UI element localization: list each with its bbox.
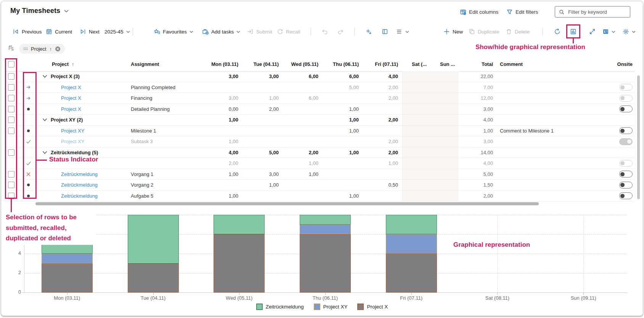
row-checkbox[interactable] (8, 73, 14, 80)
recall-button[interactable]: Recall (277, 29, 300, 35)
table-row[interactable]: ZeitrückmeldungAufgabe 51,001,002,00 (5, 191, 635, 202)
hours-cell[interactable]: 0,00 (191, 104, 242, 115)
hours-cell[interactable] (430, 147, 459, 158)
row-checkbox[interactable] (8, 95, 14, 101)
hours-cell[interactable]: 1,00 (363, 158, 402, 169)
drag-grip-icon[interactable] (23, 47, 28, 51)
hours-cell[interactable]: 1,00 (191, 136, 242, 147)
hours-cell[interactable] (322, 169, 363, 180)
column-header-mon[interactable]: Mon (03.11) (191, 57, 242, 71)
onsite-toggle[interactable] (619, 171, 633, 177)
hours-cell[interactable]: 1,00 (242, 180, 283, 190)
hours-cell[interactable] (191, 82, 242, 93)
title-chevron-down-icon[interactable] (64, 10, 69, 13)
hours-cell[interactable] (402, 169, 430, 180)
hours-cell[interactable] (283, 126, 322, 136)
refresh-button[interactable] (554, 29, 560, 35)
hours-cell[interactable]: 2,00 (191, 158, 242, 169)
current-button[interactable]: Current (46, 29, 72, 35)
hours-cell[interactable] (322, 136, 363, 147)
project-link[interactable]: Zeitrückmeldung (61, 193, 98, 199)
table-row[interactable]: Project XYSubtask 31,002,003,00 (5, 136, 635, 147)
hours-cell[interactable] (242, 115, 283, 125)
table-row[interactable]: 2,001,001,004,00 (5, 158, 635, 169)
comment-cell[interactable] (497, 158, 610, 169)
hours-cell[interactable] (430, 191, 459, 201)
project-link[interactable]: Project X (61, 106, 81, 112)
hours-cell[interactable]: 4,00 (191, 147, 242, 158)
hours-cell[interactable] (430, 126, 459, 136)
hours-cell[interactable]: 1,00 (322, 115, 363, 125)
hours-cell[interactable]: 3,00 (191, 93, 242, 104)
expand-button[interactable] (589, 29, 596, 35)
hours-cell[interactable] (363, 104, 402, 115)
hours-cell[interactable]: 1,00 (322, 147, 363, 158)
onsite-toggle[interactable] (619, 138, 633, 145)
list-options-button[interactable] (396, 29, 409, 35)
comment-cell[interactable] (497, 169, 610, 180)
hours-cell[interactable] (242, 191, 283, 201)
hours-cell[interactable] (430, 136, 459, 147)
undo-button[interactable] (321, 29, 328, 35)
hours-cell[interactable]: 1,00 (191, 169, 242, 180)
onsite-toggle[interactable] (619, 192, 633, 199)
comment-cell[interactable]: Comment to Milestone 1 (497, 126, 610, 136)
hours-cell[interactable] (322, 158, 363, 169)
project-link[interactable]: Project X (61, 95, 81, 101)
week-selector[interactable]: 2025-45 (104, 29, 130, 35)
submit-button[interactable]: Submit (247, 29, 272, 35)
comment-cell[interactable] (497, 115, 610, 125)
hours-cell[interactable] (402, 126, 430, 136)
hours-cell[interactable] (430, 169, 459, 180)
hours-cell[interactable]: 2,00 (363, 115, 402, 125)
hours-cell[interactable]: 3,00 (242, 169, 283, 180)
table-row[interactable]: Project XY (2)1,001,002,004,00 (5, 115, 635, 126)
hours-cell[interactable]: 1,00 (283, 158, 322, 169)
new-button[interactable]: New (443, 29, 463, 35)
duplicate-button[interactable]: Duplicate (469, 29, 499, 35)
comment-cell[interactable] (497, 147, 610, 158)
hours-cell[interactable]: 3,00 (191, 71, 242, 82)
project-link[interactable]: Zeitrückmeldung (61, 182, 98, 188)
hours-cell[interactable]: 4,00 (363, 71, 402, 82)
column-header-comment[interactable]: Comment (497, 57, 610, 71)
onsite-toggle[interactable] (619, 182, 633, 189)
search-input[interactable] (567, 9, 626, 15)
hours-cell[interactable]: 1,00 (322, 191, 363, 201)
hours-cell[interactable] (363, 169, 402, 180)
hours-cell[interactable] (283, 104, 322, 115)
hours-cell[interactable] (402, 158, 430, 169)
hours-cell[interactable] (402, 104, 430, 115)
row-checkbox[interactable] (8, 84, 14, 91)
project-link[interactable]: Project XY (61, 139, 84, 144)
hierarchy-icon[interactable] (8, 45, 15, 51)
column-header-sat[interactable]: Sat (... (402, 57, 430, 71)
hours-cell[interactable] (430, 104, 459, 115)
table-row[interactable]: ZeitrückmeldungVorgang 11,003,001,005,00 (5, 169, 635, 180)
hours-cell[interactable]: 2,00 (363, 147, 402, 158)
table-row[interactable]: ZeitrückmeldungVorgang 21,000,501,50 (5, 180, 635, 191)
column-header-sun[interactable]: Sun ... (430, 57, 459, 71)
table-row[interactable]: Zeitrückmeldung (5)4,005,002,001,002,001… (5, 147, 635, 158)
hours-cell[interactable] (402, 180, 430, 190)
hours-cell[interactable]: 1,00 (242, 93, 283, 104)
hours-cell[interactable]: 6,00 (322, 71, 363, 82)
edit-columns-button[interactable]: Edit columns (460, 1, 498, 22)
row-checkbox[interactable] (8, 171, 14, 177)
add-tasks-button[interactable]: Add tasks (202, 29, 240, 35)
table-row[interactable]: Project X (3)3,003,006,006,004,0022,00 (5, 71, 635, 82)
table-row[interactable]: Project XFinancing3,001,006,002,0012,00 (5, 93, 635, 104)
hours-cell[interactable] (402, 71, 430, 82)
keyword-search-box[interactable] (555, 6, 630, 18)
hours-cell[interactable] (402, 115, 430, 125)
comment-cell[interactable] (497, 191, 610, 201)
column-header-thu[interactable]: Thu (06.11) (322, 57, 363, 71)
row-checkbox[interactable] (8, 193, 14, 199)
hours-cell[interactable]: 1,00 (322, 126, 363, 136)
hours-cell[interactable] (430, 93, 459, 104)
comment-cell[interactable] (497, 82, 610, 93)
hours-cell[interactable] (283, 136, 322, 147)
comment-cell[interactable] (497, 71, 610, 82)
hours-cell[interactable] (402, 136, 430, 147)
hours-cell[interactable] (322, 180, 363, 190)
